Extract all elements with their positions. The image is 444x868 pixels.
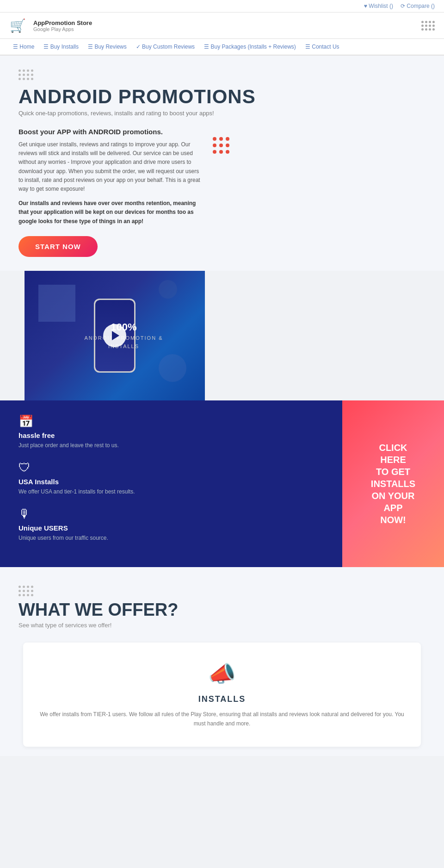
feature-desc-1: Just place order and leave the rest to u… [18,441,324,450]
megaphone-icon: 📣 [37,661,407,687]
feature-hassle-free: 📅 hassle free Just place order and leave… [18,414,324,450]
feature-title-3: Unique USERS [18,524,324,532]
page-subtitle: Quick one-tap promotions, reviews, insta… [18,110,426,117]
feature-unique-users: 🎙 Unique USERS Unique users from our tra… [18,507,324,542]
feature-usa-installs: 🛡 USA Installs We offer USA and tier-1 i… [18,461,324,496]
start-now-button[interactable]: START NOW [18,236,98,257]
dots-decoration [18,69,426,80]
feature-desc-3: Unique users from our traffic source. [18,534,324,542]
wishlist-link[interactable]: ♥ Wishlist () [364,3,393,9]
hero-text: Boost your APP with ANDROID promotions. … [18,128,204,257]
offer-title: INSTALLS [37,694,407,704]
play-button[interactable] [103,324,126,347]
installs-offer-card: 📣 INSTALLS We offer installs from TIER-1… [23,643,421,747]
mic-icon: 🎙 [18,507,324,521]
offer-desc: We offer installs from TIER-1 users. We … [37,710,407,729]
body-text-2: Our installs and reviews have over over … [18,199,204,226]
nav-buy-custom-reviews[interactable]: ✓ Buy Custom Reviews [132,39,198,55]
features-cta-section: 📅 hassle free Just place order and leave… [0,400,444,567]
dots-decoration-2 [18,586,426,596]
play-triangle-icon [112,331,119,340]
nav-contact-us[interactable]: ☰ Contact Us [302,39,343,55]
hero-content: Boost your APP with ANDROID promotions. … [18,128,426,257]
dots-red [213,137,229,154]
nav-buy-packages[interactable]: ☰ Buy Packages (Installs + Reviews) [200,39,300,55]
body-text-1: Get unique user installs, reviews and ra… [18,140,204,194]
cta-text[interactable]: CLICKHERETO GETINSTALLSON YOURAPPNOW! [371,442,415,526]
brand-info: AppPromotion Store Google Play Apps [33,19,414,32]
feature-desc-2: We offer USA and tier-1 installs for bes… [18,487,324,496]
calendar-icon: 📅 [18,414,324,429]
what-subtitle: See what type of services we offer! [18,622,426,629]
feature-title-1: hassle free [18,431,324,439]
what-we-offer-section: WHAT WE OFFER? See what type of services… [0,567,444,756]
shield-icon: 🛡 [18,461,324,475]
hero-section: ANDROID PROMOTIONS Quick one-tap promoti… [0,56,444,271]
brand-sub: Google Play Apps [33,26,414,32]
cta-section[interactable]: CLICKHERETO GETINSTALLSON YOURAPPNOW! [342,400,444,567]
nav-buy-reviews[interactable]: ☰ Buy Reviews [84,39,130,55]
section-heading: Boost your APP with ANDROID promotions. [18,128,204,136]
nav-home[interactable]: ☰ Home [9,39,38,55]
brand-name: AppPromotion Store [33,19,414,26]
top-bar: ♥ Wishlist () ⟳ Compare () [0,0,444,12]
features-section: 📅 hassle free Just place order and leave… [0,400,342,567]
header: 🛒 AppPromotion Store Google Play Apps [0,12,444,39]
bottom-spacer [0,756,444,774]
nav-buy-installs[interactable]: ☰ Buy Installs [40,39,82,55]
grid-icon [421,21,435,31]
feature-title-2: USA Installs [18,478,324,486]
compare-link[interactable]: ⟳ Compare () [401,3,435,9]
logo-icon: 🛒 [9,17,26,34]
what-title: WHAT WE OFFER? [18,600,426,620]
page-title: ANDROID PROMOTIONS [18,86,426,108]
promo-image-section: 100% ANDROID PROMOTION & INSTALLS [25,271,205,400]
main-nav: ☰ Home ☰ Buy Installs ☰ Buy Reviews ✓ Bu… [0,39,444,56]
